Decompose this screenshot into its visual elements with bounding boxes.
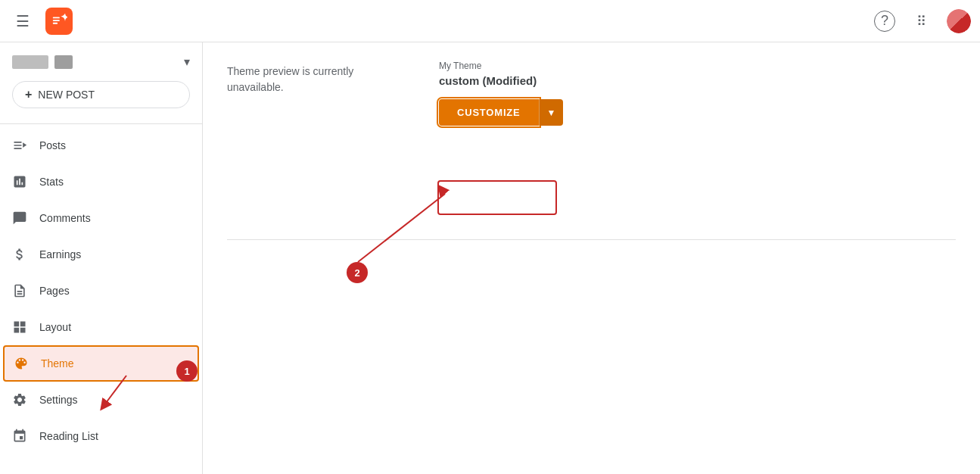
settings-icon [12, 392, 27, 407]
sidebar-item-posts-label: Posts [39, 139, 66, 151]
chevron-down-icon: ▾ [184, 55, 190, 69]
sidebar-item-comments[interactable]: Comments [0, 200, 202, 236]
new-post-button[interactable]: + NEW POST [12, 81, 190, 108]
avatar[interactable] [947, 9, 971, 33]
blog-thumb-small [54, 55, 73, 69]
content-area: Theme preview is currently unavailable. … [203, 42, 980, 474]
sidebar-item-stats[interactable]: Stats [0, 164, 202, 200]
blogger-logo [45, 8, 73, 35]
sidebar-item-pages[interactable]: Pages [0, 273, 202, 309]
content-divider [227, 239, 956, 240]
topbar: ☰ ? ⠿ [0, 0, 980, 42]
my-theme-label: My Theme [439, 61, 563, 71]
topbar-left: ☰ [9, 8, 73, 35]
sidebar-item-pages-label: Pages [39, 285, 70, 297]
preview-text: Theme preview is currently unavailable. [227, 65, 353, 93]
customize-btn-group: CUSTOMIZE ▼ [439, 99, 563, 126]
help-icon[interactable]: ? [874, 11, 895, 32]
reading-list-icon [12, 429, 27, 444]
theme-preview-area: Theme preview is currently unavailable. … [203, 42, 980, 239]
layout-icon [12, 320, 27, 335]
customize-button[interactable]: CUSTOMIZE [439, 99, 539, 126]
main-layout: ▾ + NEW POST Posts Stats Comments [0, 42, 980, 474]
sidebar-item-posts[interactable]: Posts [0, 127, 202, 164]
sidebar-item-earnings-label: Earnings [39, 248, 81, 260]
theme-name: custom (Modified) [439, 74, 563, 87]
plus-icon: + [25, 88, 32, 101]
sidebar-item-settings[interactable]: Settings [0, 382, 202, 418]
topbar-right: ? ⠿ [874, 8, 971, 35]
sidebar-item-theme[interactable]: Theme [3, 345, 199, 382]
stats-icon [12, 174, 27, 189]
sidebar-item-stats-label: Stats [39, 176, 64, 188]
sidebar-item-earnings[interactable]: Earnings [0, 236, 202, 273]
preview-placeholder: Theme preview is currently unavailable. [227, 61, 409, 95]
my-theme-panel: My Theme custom (Modified) CUSTOMIZE ▼ [409, 61, 563, 126]
blog-name [12, 55, 73, 69]
hamburger-icon[interactable]: ☰ [9, 8, 36, 35]
dropdown-arrow-icon: ▼ [547, 108, 556, 118]
sidebar-item-reading-list-label: Reading List [39, 430, 98, 442]
nav-divider [0, 123, 202, 124]
earnings-icon [12, 247, 27, 262]
sidebar-item-layout[interactable]: Layout [0, 309, 202, 345]
comments-icon [12, 210, 27, 226]
step-1-badge: 1 [176, 360, 198, 382]
sidebar-item-theme-label: Theme [41, 357, 74, 370]
sidebar: ▾ + NEW POST Posts Stats Comments [0, 42, 203, 474]
theme-icon [14, 356, 29, 371]
new-post-label: NEW POST [38, 89, 95, 101]
sidebar-item-reading-list[interactable]: Reading List [0, 418, 202, 454]
blog-selector[interactable]: ▾ [0, 48, 202, 81]
blog-thumb [12, 55, 48, 69]
sidebar-item-layout-label: Layout [39, 321, 71, 333]
apps-icon[interactable]: ⠿ [907, 8, 935, 35]
posts-icon [12, 138, 27, 153]
customize-dropdown-button[interactable]: ▼ [539, 99, 564, 126]
sidebar-item-comments-label: Comments [39, 212, 91, 224]
step-2-badge: 2 [347, 262, 368, 283]
sidebar-item-settings-label: Settings [39, 394, 78, 406]
pages-icon [12, 283, 27, 298]
